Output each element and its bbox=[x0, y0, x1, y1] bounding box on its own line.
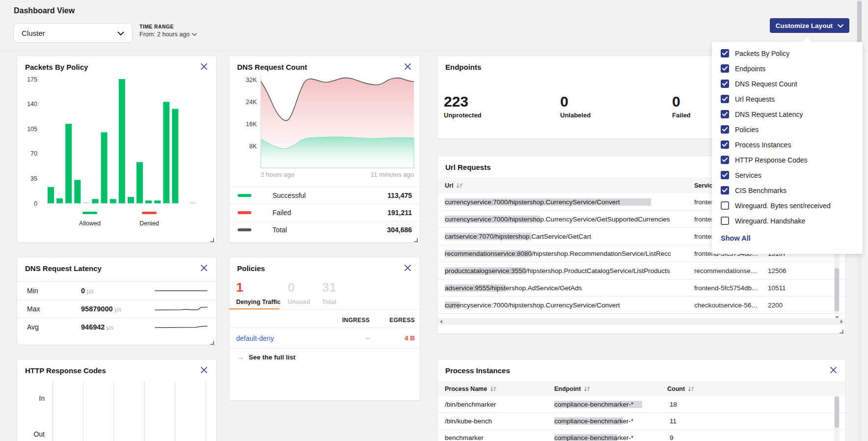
latency-label: Avg bbox=[27, 323, 81, 331]
legend-value: 113,475 bbox=[387, 192, 412, 199]
svg-text:140: 140 bbox=[27, 101, 37, 108]
process-table-row: /bin/benchmarker compliance-benchmarker-… bbox=[437, 396, 845, 413]
arrow-right-icon: → bbox=[237, 354, 244, 361]
resize-handle-icon[interactable] bbox=[209, 338, 214, 343]
show-all-link[interactable]: Show All bbox=[721, 234, 751, 242]
view-selector[interactable]: Cluster bbox=[13, 23, 133, 43]
checkbox-icon[interactable] bbox=[721, 156, 729, 164]
card-title: Packets By Policy bbox=[25, 63, 88, 71]
scroll-right-icon[interactable] bbox=[841, 320, 843, 324]
see-full-list-link[interactable]: → See the full list bbox=[237, 354, 296, 361]
menu-item-dns-request-latency[interactable]: DNS Request Latency bbox=[712, 107, 863, 122]
column-header-ingress[interactable]: INGRESS bbox=[325, 317, 370, 324]
scrollbar-thumb[interactable] bbox=[835, 396, 839, 428]
process-table-scrollbar[interactable] bbox=[834, 396, 840, 441]
latency-row-max: Max 95879000 µs bbox=[17, 300, 216, 318]
menu-item-policies[interactable]: Policies bbox=[712, 122, 863, 137]
checkbox-icon[interactable] bbox=[721, 186, 729, 194]
policies-tab-unused[interactable]: 0 Unused bbox=[288, 281, 322, 305]
menu-item-label: HTTP Response Codes bbox=[735, 156, 808, 164]
close-icon[interactable] bbox=[200, 366, 208, 374]
checkbox-icon[interactable] bbox=[721, 171, 729, 179]
legend-swatch-icon bbox=[238, 228, 251, 231]
checkbox-icon[interactable] bbox=[721, 217, 729, 225]
tab-label: Total bbox=[322, 299, 361, 305]
close-icon[interactable] bbox=[830, 366, 838, 374]
policies-tab-total[interactable]: 31 Total bbox=[322, 281, 361, 305]
latency-row-min: Min 0 µs bbox=[17, 281, 216, 300]
menu-item-http-response-codes[interactable]: HTTP Response Codes bbox=[712, 152, 863, 167]
close-icon[interactable] bbox=[200, 63, 208, 71]
column-header-endpoint[interactable]: Endpoint bbox=[554, 386, 667, 392]
dns-request-latency-card: DNS Request Latency Min 0 µs Max 9587900… bbox=[17, 257, 217, 345]
url-cell: recommendationservice:8080/hipstershop.R… bbox=[445, 250, 671, 257]
checkbox-icon[interactable] bbox=[721, 95, 729, 103]
endpoint-stat-failed: 0 Failed bbox=[672, 94, 691, 119]
tab-count: 1 bbox=[236, 281, 288, 294]
column-header-process-name[interactable]: Process Name bbox=[445, 386, 550, 392]
checkbox-icon[interactable] bbox=[721, 140, 729, 149]
close-icon[interactable] bbox=[200, 264, 208, 272]
scroll-left-icon[interactable] bbox=[440, 320, 442, 324]
svg-text:Out: Out bbox=[33, 430, 45, 438]
checkbox-icon[interactable] bbox=[721, 80, 729, 88]
resize-handle-icon[interactable] bbox=[413, 235, 418, 240]
scrollbar-thumb[interactable] bbox=[835, 268, 839, 311]
resize-handle-icon[interactable] bbox=[209, 235, 214, 240]
policy-link[interactable]: default-deny bbox=[236, 334, 325, 342]
process-table-row: /bin/kube-bench compliance-benchmarker-*… bbox=[437, 413, 845, 430]
svg-text:105: 105 bbox=[27, 126, 37, 133]
stat-label: Unlabeled bbox=[560, 111, 591, 119]
customize-layout-menu: Packets By Policy Endpoints DNS Request … bbox=[712, 42, 863, 254]
chevron-down-icon bbox=[192, 31, 197, 38]
process-name-cell: /bin/kube-bench bbox=[445, 417, 550, 425]
menu-item-label: Url Requests bbox=[735, 95, 775, 103]
menu-item-services[interactable]: Services bbox=[712, 167, 863, 183]
column-header-egress[interactable]: EGRESS bbox=[370, 317, 415, 324]
card-title: Url Requests bbox=[445, 163, 491, 171]
checkbox-icon[interactable] bbox=[721, 125, 729, 134]
time-range-value[interactable]: From: 2 hours ago bbox=[139, 31, 197, 38]
menu-item-endpoints[interactable]: Endpoints bbox=[712, 61, 863, 76]
menu-item-dns-request-count[interactable]: DNS Request Count bbox=[712, 76, 863, 91]
svg-text:8K: 8K bbox=[249, 143, 257, 150]
packets-by-policy-card: Packets By Policy 03570105140175AllowedD… bbox=[17, 55, 217, 243]
view-selector-value: Cluster bbox=[22, 29, 45, 37]
checkbox-icon[interactable] bbox=[721, 110, 729, 118]
menu-item-wireguard-bytes-sent-received[interactable]: Wireguard. Bytes sent/received bbox=[712, 198, 863, 213]
close-icon[interactable] bbox=[404, 264, 412, 272]
legend-label: Successful bbox=[272, 192, 306, 199]
svg-text:175: 175 bbox=[27, 76, 37, 83]
latency-label: Min bbox=[27, 287, 81, 295]
column-header-count[interactable]: Count bbox=[667, 386, 694, 392]
checkbox-icon[interactable] bbox=[721, 201, 729, 210]
menu-item-process-instances[interactable]: Process Instances bbox=[712, 137, 863, 152]
divider bbox=[229, 309, 420, 310]
legend-value: 304,686 bbox=[387, 226, 412, 234]
menu-item-label: Process Instances bbox=[735, 141, 791, 149]
checkbox-icon[interactable] bbox=[721, 64, 729, 73]
chevron-down-icon bbox=[117, 29, 124, 37]
latency-sparkline bbox=[154, 303, 208, 315]
menu-item-wireguard-handshake[interactable]: Wireguard. Handshake bbox=[712, 213, 863, 228]
customize-layout-button[interactable]: Customize Layout bbox=[770, 18, 849, 33]
menu-item-url-requests[interactable]: Url Requests bbox=[712, 91, 863, 107]
latency-rows: Min 0 µs Max 95879000 µs Avg 946942 µs bbox=[17, 281, 216, 336]
latency-sparkline bbox=[154, 285, 208, 297]
process-table-body: /bin/benchmarker compliance-benchmarker-… bbox=[437, 396, 845, 441]
url-table-horizontal-scrollbar[interactable] bbox=[438, 318, 845, 325]
menu-item-cis-benchmarks[interactable]: CIS Benchmarks bbox=[712, 183, 863, 198]
menu-item-packets-by-policy[interactable]: Packets By Policy bbox=[712, 46, 863, 61]
card-title: DNS Request Latency bbox=[25, 264, 102, 273]
close-icon[interactable] bbox=[404, 63, 412, 71]
resize-handle-icon[interactable] bbox=[839, 327, 843, 331]
count-cell: 11 bbox=[670, 417, 845, 425]
dns-request-count-card: DNS Request Count 8K16K24K32K2 hours ago… bbox=[229, 55, 420, 243]
packets-bar-chart: 03570105140175AllowedDenied bbox=[17, 56, 216, 242]
column-header-url[interactable]: Url bbox=[445, 182, 671, 189]
latency-value: 946942 µs bbox=[81, 323, 113, 331]
policies-tab-denying-traffic[interactable]: 1 Denying Traffic bbox=[236, 281, 288, 305]
checkbox-icon[interactable] bbox=[721, 49, 729, 57]
card-title: Policies bbox=[237, 264, 265, 273]
menu-item-label: Wireguard. Handshake bbox=[735, 217, 805, 225]
